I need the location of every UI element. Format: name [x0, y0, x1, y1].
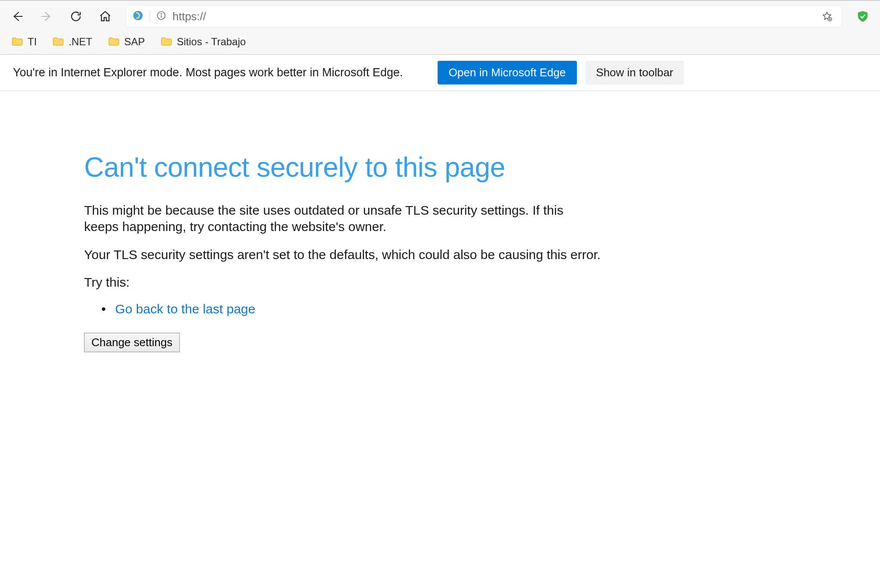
svg-point-0 — [133, 11, 143, 20]
error-paragraph-2: Your TLS security settings aren't set to… — [84, 247, 601, 263]
error-title: Can't connect securely to this page — [84, 151, 817, 183]
url-input[interactable] — [172, 10, 812, 23]
bookmark-folder-sitios-trabajo[interactable]: Sitios - Trabajo — [158, 34, 248, 50]
adguard-shield-icon[interactable] — [854, 8, 871, 25]
home-button[interactable] — [97, 8, 114, 25]
bookmark-folder-ti[interactable]: TI — [9, 34, 39, 50]
folder-icon — [11, 36, 23, 48]
folder-icon — [108, 36, 120, 48]
ie-mode-message: You're in Internet Explorer mode. Most p… — [13, 66, 403, 79]
change-settings-button[interactable]: Change settings — [84, 333, 180, 352]
folder-icon — [160, 36, 172, 48]
error-paragraph-1: This might be because the site uses outd… — [84, 202, 601, 235]
divider — [150, 10, 150, 22]
bookmarks-bar: TI .NET SAP Sitios - Trabajo — [0, 32, 880, 54]
suggestion-list: Go back to the last page — [84, 302, 817, 316]
address-bar[interactable] — [126, 5, 842, 28]
page-content: Can't connect securely to this page This… — [0, 91, 880, 352]
info-icon[interactable] — [156, 10, 166, 22]
back-button[interactable] — [9, 8, 26, 25]
bookmark-folder-sap[interactable]: SAP — [105, 34, 147, 50]
ie-mode-notification-bar: You're in Internet Explorer mode. Most p… — [0, 55, 880, 91]
refresh-button[interactable] — [67, 8, 85, 25]
bookmark-folder-dotnet[interactable]: .NET — [50, 34, 95, 50]
add-favorite-icon[interactable] — [818, 8, 836, 25]
ie-mode-icon — [132, 10, 144, 23]
show-in-toolbar-button[interactable]: Show in toolbar — [586, 61, 683, 84]
try-this-label: Try this: — [84, 275, 817, 290]
bookmark-label: SAP — [124, 36, 145, 48]
open-in-edge-button[interactable]: Open in Microsoft Edge — [438, 61, 577, 84]
svg-point-2 — [161, 13, 162, 14]
bookmark-label: Sitios - Trabajo — [177, 36, 246, 48]
toolbar — [0, 1, 880, 32]
folder-icon — [52, 36, 64, 48]
forward-button[interactable] — [38, 8, 55, 25]
bookmark-label: .NET — [69, 36, 92, 48]
browser-chrome: TI .NET SAP Sitios - Trabajo — [0, 0, 880, 55]
go-back-link[interactable]: Go back to the last page — [115, 302, 255, 316]
bookmark-label: TI — [28, 36, 37, 48]
suggestion-item: Go back to the last page — [105, 302, 817, 316]
